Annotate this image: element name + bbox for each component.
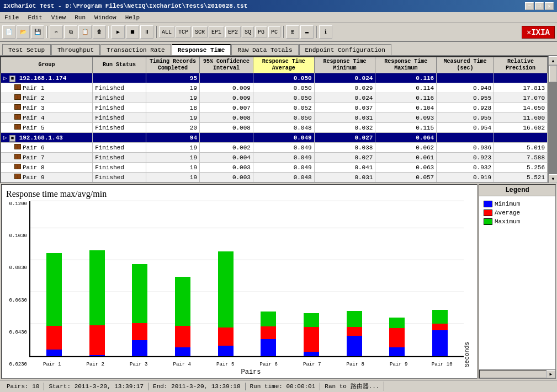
tab-endpoint-config[interactable]: Endpoint Configuration: [299, 44, 391, 55]
maximize-button[interactable]: □: [535, 2, 544, 10]
ep2-button[interactable]: EP2: [225, 26, 241, 37]
pair-avg: 0.052: [253, 182, 314, 184]
table-row: Pair 4 Finished 19 0.008 0.050 0.031 0.0…: [1, 113, 548, 123]
menu-file[interactable]: File: [2, 14, 21, 22]
pair-name: Pair 3: [1, 103, 93, 113]
bar-stack: [347, 311, 362, 356]
pair-min: 0.037: [314, 103, 375, 113]
tab-response-time[interactable]: Response Time: [172, 44, 231, 55]
pair-measured: 0.955: [437, 113, 494, 123]
bar-group: [172, 277, 193, 356]
cut-button[interactable]: ✂: [50, 25, 63, 39]
pair-status: Finished: [93, 83, 146, 93]
pair-status: Finished: [93, 143, 146, 153]
pair-timing: 18: [146, 103, 200, 113]
data-table-container[interactable]: Group Run Status Timing Records Complete…: [0, 56, 548, 183]
group2-precision: [494, 133, 548, 143]
run-button[interactable]: ▶: [112, 25, 125, 39]
info-button[interactable]: ℹ: [319, 25, 332, 39]
pair-measured: 0.948: [437, 83, 494, 93]
sq-button[interactable]: SQ: [242, 26, 254, 37]
status-bar: Pairs: 10 Start: 2011-3-20, 13:39:17 End…: [0, 380, 557, 392]
legend-label: Minimum: [495, 201, 520, 207]
tcp-button[interactable]: TCP: [176, 26, 191, 37]
minimize-button[interactable]: ─: [525, 2, 534, 10]
pair-timing: 19: [146, 153, 200, 163]
grid-button[interactable]: ⊞: [286, 25, 299, 39]
bar-group: [258, 312, 279, 356]
legend-title: Legend: [479, 185, 555, 196]
chart-button[interactable]: ▬: [300, 25, 314, 39]
scroll-down-btn[interactable]: ▼: [549, 174, 557, 183]
close-button[interactable]: ✕: [545, 2, 554, 10]
scroll-thumb[interactable]: [549, 66, 557, 82]
bar-stack: [432, 310, 448, 356]
ep1-button[interactable]: EP1: [209, 26, 224, 37]
pair-max: 0.061: [375, 153, 437, 163]
bar-stack: [175, 277, 190, 356]
chart-panel: Response time max/avg/min 0.1200 0.1030 …: [1, 184, 478, 379]
bar-group: [129, 264, 150, 356]
pair-avg: 0.049: [253, 143, 314, 153]
bar-max: [89, 250, 105, 325]
bar-avg: [304, 327, 319, 352]
x-axis-label-item: Pair 10: [432, 362, 453, 367]
pair-status: Finished: [93, 182, 146, 184]
bar-avg: [218, 327, 234, 346]
y-tick-2: 0.0430: [9, 330, 27, 335]
legend-scroll-track[interactable]: [479, 370, 547, 378]
table-row: Pair 5 Finished 20 0.008 0.048 0.032 0.1…: [1, 123, 548, 133]
group2-avg: 0.049: [253, 133, 314, 143]
new-button[interactable]: 📄: [2, 25, 15, 39]
paste-button[interactable]: 📋: [78, 25, 92, 39]
pair-conf: 0.004: [199, 153, 253, 163]
pair-avg: 0.049: [253, 153, 314, 163]
bar-stack: [261, 312, 276, 356]
pair-min: 0.031: [314, 113, 375, 123]
pc-button[interactable]: PC: [268, 26, 280, 37]
scr-button[interactable]: SCR: [192, 26, 208, 37]
copy-button[interactable]: ⧉: [64, 25, 77, 39]
pair-conf: 0.002: [199, 143, 253, 153]
delete-button[interactable]: 🗑: [93, 25, 106, 39]
bar-stack: [389, 318, 405, 356]
pair-conf: 0.008: [199, 123, 253, 133]
pause-button[interactable]: ⏸: [140, 25, 153, 39]
tab-throughput[interactable]: Throughput: [51, 44, 100, 55]
pg-button[interactable]: PG: [255, 26, 267, 37]
pair-avg: 0.048: [253, 173, 314, 182]
bar-avg: [46, 326, 62, 350]
save-button[interactable]: 💾: [31, 25, 44, 39]
table-row: Pair 8 Finished 19 0.003 0.049 0.041 0.0…: [1, 163, 548, 173]
pair-conf: 0.007: [199, 103, 253, 113]
tab-transaction-rate[interactable]: Transaction Rate: [100, 44, 171, 55]
pair-measured: 0.929: [437, 182, 494, 184]
th-min: Response Time Minimum: [314, 57, 375, 73]
scroll-up-btn[interactable]: ▲: [549, 56, 557, 65]
legend-scroll-right[interactable]: ▶: [547, 370, 555, 378]
bar-min: [132, 340, 147, 356]
ixia-logo-area: ✕IXIA: [522, 26, 555, 39]
x-axis-label-item: Pair 1: [41, 362, 62, 367]
x-axis-label-item: Pair 8: [345, 362, 366, 367]
all-button[interactable]: ALL: [159, 26, 174, 37]
table-scrollbar[interactable]: ▲ ▼: [548, 56, 557, 183]
menu-edit[interactable]: Edit: [25, 14, 44, 22]
pair-timing: 18: [146, 182, 200, 184]
menu-window[interactable]: Window: [92, 14, 119, 22]
bar-avg: [132, 323, 147, 340]
menu-run[interactable]: Run: [72, 14, 88, 22]
legend-items: Minimum Average Maximum: [479, 196, 555, 369]
tab-raw-data-totals[interactable]: Raw Data Totals: [231, 44, 298, 55]
menu-bar: File Edit View Run Window Help: [0, 12, 557, 23]
stop-button[interactable]: ⏹: [126, 25, 139, 39]
open-button[interactable]: 📂: [17, 25, 30, 39]
bar-max: [175, 277, 190, 326]
y-tick-3: 0.0630: [9, 298, 27, 303]
menu-help[interactable]: Help: [123, 14, 142, 22]
menu-view[interactable]: View: [49, 14, 68, 22]
tab-test-setup[interactable]: Test Setup: [2, 44, 51, 55]
table-row: Pair 1 Finished 19 0.009 0.050 0.029 0.1…: [1, 83, 548, 93]
pair-timing: 19: [146, 163, 200, 173]
legend-color-swatch: [484, 218, 492, 225]
